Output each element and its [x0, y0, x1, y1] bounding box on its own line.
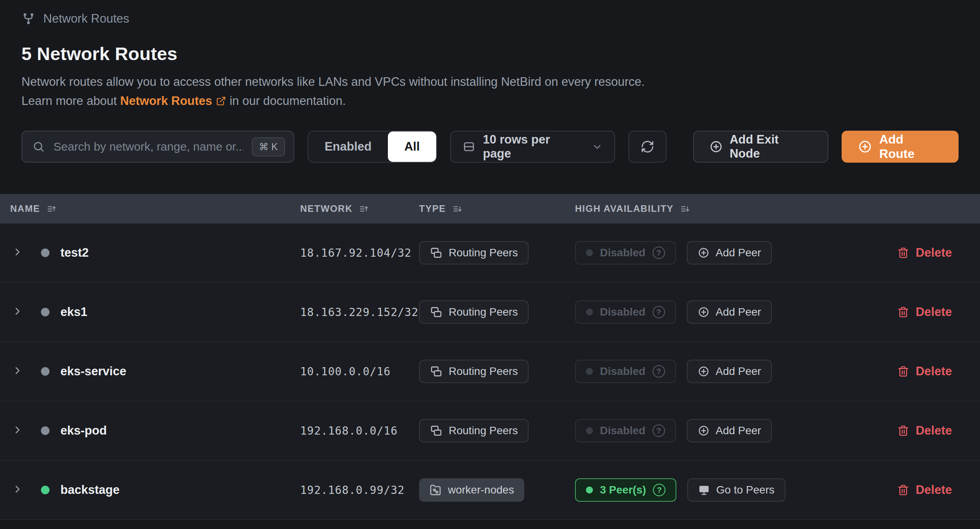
add-route-button[interactable]: Add Route [842, 131, 959, 163]
ha-disabled-badge: Disabled ? [575, 241, 676, 264]
route-name: eks1 [60, 305, 87, 319]
ha-disabled-badge: Disabled ? [575, 300, 676, 324]
column-header-type[interactable]: TYPE [419, 203, 575, 214]
route-type-cell: Routing Peers [419, 419, 575, 442]
ha-disabled-label: Disabled [600, 306, 646, 318]
route-name-cell: eks-pod [41, 424, 300, 438]
ha-disabled-label: Disabled [600, 247, 646, 259]
add-exit-node-button[interactable]: Add Exit Node [693, 131, 829, 163]
filter-enabled[interactable]: Enabled [308, 131, 388, 162]
expand-row-button[interactable] [0, 483, 41, 497]
expand-row-button[interactable] [0, 246, 41, 259]
routes-table: NAME NETWORK TYPE HIGH [0, 194, 980, 520]
type-peer-group-badge[interactable]: worker-nodes [419, 478, 524, 502]
ha-active-label: 3 Peer(s) [600, 484, 646, 496]
delete-button[interactable]: Delete [897, 364, 952, 378]
row-actions-cell: Delete [891, 424, 980, 438]
route-status-dot [41, 249, 50, 257]
plus-circle-icon [858, 140, 872, 154]
type-routing-peers-label: Routing Peers [449, 424, 518, 437]
help-icon[interactable]: ? [653, 247, 665, 259]
column-header-name[interactable]: NAME [0, 203, 300, 214]
route-name: backstage [60, 483, 120, 497]
column-header-network[interactable]: NETWORK [300, 203, 419, 214]
delete-button[interactable]: Delete [897, 246, 952, 260]
docs-link[interactable]: Network Routes [120, 91, 226, 110]
search-box[interactable]: ⌘ K [21, 131, 294, 163]
add-peer-button[interactable]: Add Peer [687, 241, 772, 264]
expand-row-button[interactable] [0, 365, 41, 378]
row-actions-cell: Delete [891, 364, 980, 378]
expand-row-button[interactable] [0, 424, 41, 437]
column-header-high-availability[interactable]: HIGH AVAILABILITY [575, 203, 980, 214]
breadcrumb[interactable]: Network Routes [21, 12, 959, 26]
route-network: 18.167.92.104/32 [300, 247, 419, 259]
add-peer-label: Add Peer [716, 424, 761, 437]
delete-button[interactable]: Delete [897, 483, 952, 497]
route-name-cell: backstage [41, 483, 300, 497]
ha-status-dot [586, 427, 593, 434]
route-network: 192.168.0.0/16 [300, 424, 419, 437]
type-routing-peers-button[interactable]: Routing Peers [419, 300, 529, 324]
routing-peers-icon [430, 247, 442, 259]
chevron-right-icon [12, 424, 23, 436]
refresh-button[interactable] [628, 131, 667, 163]
type-peer-group-label: worker-nodes [448, 484, 514, 496]
chevron-right-icon [12, 365, 23, 376]
type-routing-peers-button[interactable]: Routing Peers [419, 241, 529, 264]
routing-peers-icon [430, 424, 442, 437]
route-name-cell: eks1 [41, 305, 300, 319]
peer-group-folder-icon [429, 484, 442, 496]
delete-label: Delete [916, 246, 952, 260]
add-peer-button[interactable]: Add Peer [687, 360, 772, 383]
plus-circle-icon [698, 425, 709, 437]
sort-desc-icon [452, 204, 463, 214]
filter-all[interactable]: All [388, 131, 436, 162]
trash-icon [897, 484, 909, 496]
search-input[interactable] [53, 140, 243, 153]
add-peer-button[interactable]: Add Peer [687, 419, 772, 442]
go-to-peers-button[interactable]: Go to Peers [687, 478, 785, 502]
add-peer-label: Add Peer [716, 306, 761, 318]
go-to-peers-label: Go to Peers [716, 484, 774, 496]
routing-peers-icon [430, 306, 442, 318]
table-row: eks-pod 192.168.0.0/16 Routing Peers Dis… [0, 401, 980, 461]
route-name-cell: eks-service [41, 364, 300, 378]
description-line: Network routes allow you to access other… [21, 72, 959, 91]
trash-icon [897, 365, 909, 378]
type-routing-peers-label: Routing Peers [449, 247, 518, 259]
help-icon[interactable]: ? [653, 306, 665, 318]
delete-button[interactable]: Delete [897, 305, 952, 319]
ha-disabled-badge: Disabled ? [575, 360, 676, 383]
add-peer-button[interactable]: Add Peer [687, 300, 772, 324]
plus-circle-icon [698, 247, 709, 259]
ha-status-dot [586, 249, 593, 256]
delete-label: Delete [916, 305, 952, 319]
route-network: 10.100.0.0/16 [300, 365, 419, 378]
expand-row-button[interactable] [0, 305, 41, 319]
route-status-dot [41, 308, 50, 316]
type-routing-peers-button[interactable]: Routing Peers [419, 360, 529, 383]
row-actions-cell: Delete [891, 483, 980, 497]
add-peer-label: Add Peer [716, 365, 761, 378]
route-status-dot [41, 367, 50, 376]
table-header: NAME NETWORK TYPE HIGH [0, 194, 980, 224]
table-row: eks-service 10.100.0.0/16 Routing Peers … [0, 342, 980, 401]
learn-more-line: Learn more about Network Routes in our d… [21, 91, 959, 110]
network-routes-icon [21, 12, 35, 26]
high-availability-cell: Disabled ? Add Peer [575, 360, 891, 383]
trash-icon [897, 306, 909, 318]
rows-per-page-select[interactable]: 10 rows per page [450, 131, 615, 163]
chevron-right-icon [12, 483, 23, 495]
help-icon[interactable]: ? [653, 424, 665, 437]
help-icon[interactable]: ? [653, 365, 665, 378]
chevron-right-icon [12, 246, 23, 258]
type-routing-peers-button[interactable]: Routing Peers [419, 419, 529, 442]
trash-icon [897, 424, 909, 437]
delete-label: Delete [916, 483, 952, 497]
help-icon[interactable]: ? [653, 484, 665, 496]
monitor-icon [698, 484, 710, 496]
page-title: 5 Network Routes [21, 43, 959, 64]
plus-circle-icon [698, 366, 709, 377]
delete-button[interactable]: Delete [897, 424, 952, 438]
